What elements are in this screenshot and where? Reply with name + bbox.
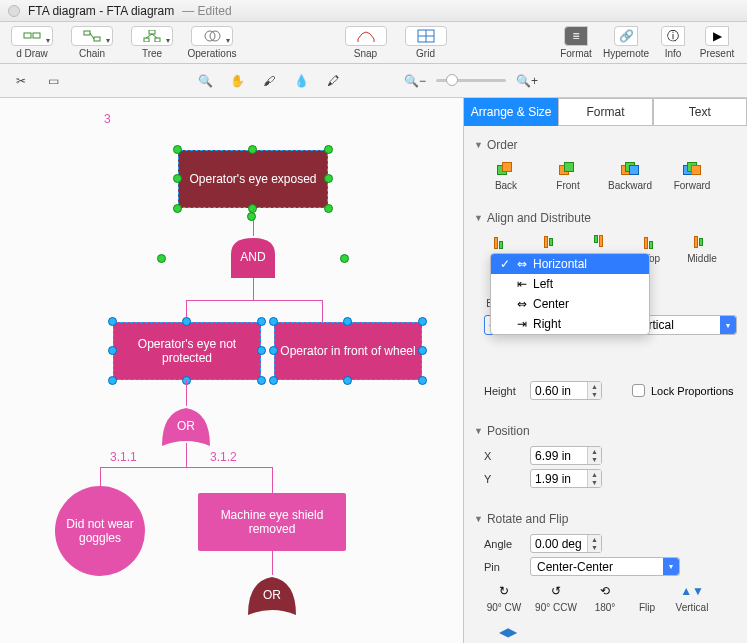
window-title: FTA diagram - FTA diagram — [28, 4, 174, 18]
node-number-312: 3.1.2 — [210, 450, 237, 464]
angle-label: Angle — [484, 538, 524, 550]
tab-text[interactable]: Text — [653, 98, 747, 126]
lock-proportions-checkbox[interactable] — [632, 384, 645, 397]
tree-button[interactable]: ▾ Tree — [126, 26, 178, 59]
order-back-button[interactable]: Back — [484, 160, 528, 191]
right-toolbar-segment: ≡Format 🔗Hypernote ⓘInfo ▶Present — [553, 26, 741, 59]
node-root[interactable]: Operator's eye exposed — [178, 150, 328, 208]
container-tool-icon[interactable]: ▭ — [42, 70, 64, 92]
dropdown-item-right[interactable]: ⇥Right — [491, 314, 649, 334]
format-button[interactable]: ≡Format — [553, 26, 599, 59]
node-left1[interactable]: Operator's eye not protected — [113, 322, 261, 380]
order-backward-button[interactable]: Backward — [608, 160, 652, 191]
y-label: Y — [484, 473, 524, 485]
hand-tool-icon[interactable]: ✋ — [226, 70, 248, 92]
info-button[interactable]: ⓘInfo — [653, 26, 693, 59]
window-titlebar: FTA diagram - FTA diagram — Edited — [0, 0, 747, 22]
present-button[interactable]: ▶Present — [693, 26, 741, 59]
inspector-panel: Arrange & Size Format Text ▼Order Back F… — [463, 98, 747, 643]
gate-or-1[interactable]: OR — [160, 406, 212, 446]
chain-button[interactable]: ▾ Chain — [66, 26, 118, 59]
pin-label: Pin — [484, 561, 524, 573]
section-rotate[interactable]: ▼Rotate and Flip — [474, 512, 737, 526]
dropdown-item-horizontal[interactable]: ✓⇔Horizontal — [491, 254, 649, 274]
traffic-light-close[interactable] — [8, 5, 20, 17]
node-number-311: 3.1.1 — [110, 450, 137, 464]
svg-rect-2 — [84, 31, 90, 35]
y-field[interactable]: 1.99 in▲▼ — [530, 469, 602, 488]
zoom-in-icon[interactable]: 🔍+ — [516, 70, 538, 92]
rotate-90ccw-button[interactable]: ↺90° CCW — [534, 582, 578, 613]
rapid-draw-button[interactable]: ▾ d Draw — [6, 26, 58, 59]
operations-button[interactable]: ▾ Operations — [186, 26, 238, 59]
svg-rect-5 — [149, 30, 155, 34]
svg-line-4 — [90, 33, 94, 39]
window-edited-label: — Edited — [182, 4, 231, 18]
pointer-tool-icon[interactable]: 🔍 — [194, 70, 216, 92]
svg-rect-0 — [24, 33, 31, 38]
x-label: X — [484, 450, 524, 462]
snap-button[interactable]: Snap — [340, 26, 392, 59]
svg-line-9 — [152, 34, 157, 38]
section-position[interactable]: ▼Position — [474, 424, 737, 438]
section-order[interactable]: ▼Order — [474, 138, 737, 152]
x-field[interactable]: 6.99 in▲▼ — [530, 446, 602, 465]
flip-label: Flip — [632, 582, 662, 613]
order-forward-button[interactable]: Forward — [670, 160, 714, 191]
svg-rect-1 — [33, 33, 40, 38]
align-middle-button[interactable]: Middle — [684, 233, 720, 264]
angle-field[interactable]: 0.00 deg▲▼ — [530, 534, 602, 553]
tab-arrange-size[interactable]: Arrange & Size — [464, 98, 558, 126]
pin-select[interactable]: Center-Center▾ — [530, 557, 680, 576]
brush-tool-icon[interactable]: 🖌 — [258, 70, 280, 92]
svg-rect-7 — [155, 38, 160, 42]
rotate-180-button[interactable]: ⟲180° — [588, 582, 622, 613]
node-number-root: 3 — [104, 112, 111, 126]
svg-line-8 — [146, 34, 152, 38]
flip-horizontal-button[interactable]: ◀▶Horizontal — [484, 623, 532, 643]
paint-tool-icon[interactable]: 🖍 — [322, 70, 344, 92]
tab-format[interactable]: Format — [558, 98, 652, 126]
distribute-dropdown-popup: ✓⇔Horizontal ⇤Left ⇔Center ⇥Right — [490, 253, 650, 335]
rotate-90cw-button[interactable]: ↻90° CW — [484, 582, 524, 613]
node-right1[interactable]: Operator in front of wheel — [274, 322, 422, 380]
cut-tool-icon[interactable]: ✂ — [10, 70, 32, 92]
svg-rect-3 — [94, 37, 100, 41]
tool-strip: ✂ ▭ 🔍 ✋ 🖌 💧 🖍 🔍− 🔍+ — [0, 64, 747, 98]
order-front-button[interactable]: Front — [546, 160, 590, 191]
node-circle-goggles[interactable]: Did not wear goggles — [55, 486, 145, 576]
gate-and[interactable]: AND — [227, 236, 279, 278]
eyedropper-tool-icon[interactable]: 💧 — [290, 70, 312, 92]
dropdown-item-center[interactable]: ⇔Center — [491, 294, 649, 314]
flip-vertical-button[interactable]: ▲▼Vertical — [672, 582, 712, 613]
gate-or-2[interactable]: OR — [246, 575, 298, 615]
drawing-canvas[interactable]: 3 Operator's eye exposed AND — [0, 98, 463, 643]
hypernote-button[interactable]: 🔗Hypernote — [599, 26, 653, 59]
zoom-out-icon[interactable]: 🔍− — [404, 70, 426, 92]
height-label: Height — [484, 385, 524, 397]
zoom-slider[interactable] — [436, 79, 506, 82]
lock-proportions-label: Lock Proportions — [651, 385, 734, 397]
height-field[interactable]: 0.60 in▲▼ — [530, 381, 602, 400]
section-align[interactable]: ▼Align and Distribute — [474, 211, 737, 225]
main-toolbar: ▾ d Draw ▾ Chain ▾ Tree ▾ Operations Sna… — [0, 22, 747, 64]
inspector-tabs: Arrange & Size Format Text — [464, 98, 747, 126]
svg-rect-6 — [144, 38, 149, 42]
grid-button[interactable]: Grid — [400, 26, 452, 59]
dropdown-item-left[interactable]: ⇤Left — [491, 274, 649, 294]
node-box-shield[interactable]: Machine eye shield removed — [198, 493, 346, 551]
